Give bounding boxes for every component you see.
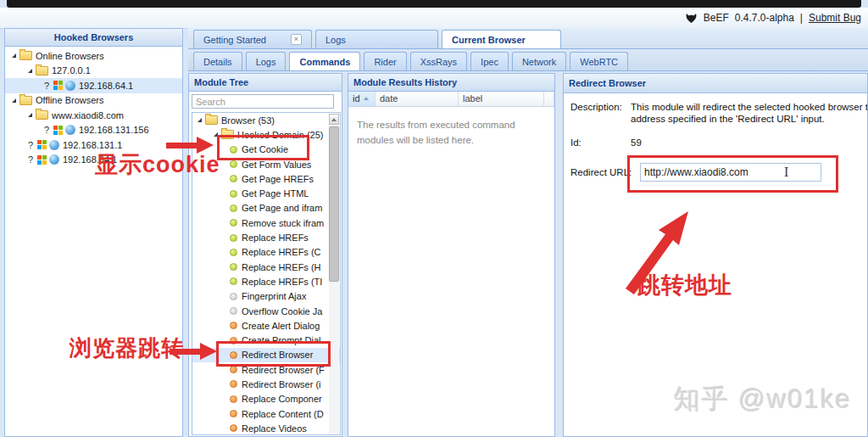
column-header-id[interactable]: id	[348, 92, 376, 106]
tree-item-label: Remove stuck ifram	[242, 218, 324, 228]
expander-icon[interactable]	[198, 118, 202, 122]
tree-item-label: 192.168.131.156	[79, 125, 149, 135]
expander-icon[interactable]	[12, 53, 16, 58]
tree-item-label: Overflow Cookie Ja	[242, 306, 322, 317]
green-module-dot-icon	[230, 190, 237, 198]
tab-details[interactable]: Details	[193, 52, 242, 70]
submit-bug-link[interactable]: Submit Bug	[809, 12, 861, 24]
green-module-dot-icon	[230, 263, 237, 271]
orange-module-dot-icon	[230, 322, 237, 329]
hooked-browsers-panel: Hooked Browsers Online Browsers127.0.0.1…	[4, 28, 183, 437]
tab-logs[interactable]: Logs	[315, 30, 438, 48]
hooked-browsers-title: Hooked Browsers	[5, 29, 182, 47]
tab-getting-started[interactable]: Getting Started×	[193, 30, 312, 48]
redirect-url-label: Redirect URL:	[570, 167, 632, 177]
highlight-box-get-cookie	[217, 135, 309, 160]
tab-network[interactable]: Network	[512, 52, 566, 70]
tab-label: Current Browser	[452, 35, 526, 45]
tree-item-192-168-131-156[interactable]: ?192.168.131.156	[5, 123, 182, 138]
folder-icon	[19, 96, 32, 105]
tab-label: Network	[522, 57, 556, 67]
column-header-filler	[544, 92, 554, 106]
tab-label: Ipec	[481, 57, 498, 67]
annotation-redirect-address: 跳转地址	[637, 270, 732, 300]
id-value: 59	[631, 137, 642, 148]
tree-item-label: Replace Videos	[242, 423, 307, 434]
scroll-up-icon[interactable]	[329, 114, 339, 125]
tab-label: Details	[203, 57, 232, 67]
tree-item-replace-hrefs[interactable]: Replace HREFs	[192, 230, 340, 244]
tree-item-127-0-0-1[interactable]: 127.0.0.1	[5, 64, 182, 79]
column-header-label: date	[380, 93, 398, 104]
module-tree-panel: Module Tree Browser (53)Hooked Domain (2…	[188, 73, 342, 437]
product-name: BeEF	[704, 12, 729, 24]
green-module-dot-icon	[230, 175, 237, 182]
tree-item-label: Browser (53)	[221, 115, 275, 126]
description-line2: address specified in the 'Redirect URL' …	[631, 114, 825, 124]
tab-current-browser[interactable]: Current Browser	[442, 30, 561, 48]
tree-item-remove-stuck-ifram[interactable]: Remove stuck ifram	[192, 216, 340, 230]
tree-item-replace-content-d[interactable]: Replace Content (D	[192, 406, 340, 421]
toolbar-separator: |	[800, 12, 803, 24]
watermark: 知乎 @w01ke	[674, 382, 852, 417]
app-toolbar-right: BeEF 0.4.7.0-alpha | Submit Bug	[685, 11, 861, 25]
scrollbar-thumb[interactable]	[329, 126, 339, 282]
orange-module-dot-icon	[230, 380, 237, 388]
tree-item-label: Online Browsers	[36, 51, 104, 61]
browser-icon	[65, 125, 75, 135]
tree-item-online-browsers[interactable]: Online Browsers	[5, 48, 182, 64]
tree-item-fingerprint-ajax[interactable]: Fingerprint Ajax	[192, 289, 340, 304]
tab-commands[interactable]: Commands	[289, 52, 360, 70]
folder-icon	[205, 115, 218, 125]
sort-asc-icon	[364, 97, 369, 100]
tree-item-browser-53[interactable]: Browser (53)	[192, 113, 340, 127]
tree-item-replace-hrefs-ti[interactable]: Replace HREFs (TI	[192, 274, 340, 289]
tree-item-replace-videos[interactable]: Replace Videos	[192, 421, 340, 435]
tree-item-label: Replace HREFs (C	[242, 247, 321, 257]
windows-os-icon	[37, 155, 47, 165]
tab-label: WebRTC	[580, 57, 618, 67]
highlight-box-redirect-url	[627, 155, 838, 193]
tab-ipec[interactable]: Ipec	[470, 52, 509, 70]
orange-module-dot-icon	[230, 410, 237, 417]
tab-label: Logs	[326, 35, 346, 45]
expander-icon[interactable]	[28, 113, 32, 117]
tab-rider[interactable]: Rider	[364, 52, 406, 70]
orange-module-dot-icon	[230, 424, 237, 432]
tree-item-192-168-64-1[interactable]: ?192.168.64.1	[5, 78, 182, 93]
tree-item-replace-hrefs-c[interactable]: Replace HREFs (C	[192, 245, 340, 260]
tree-item-replace-componer[interactable]: Replace Componer	[192, 392, 340, 406]
tab-logs[interactable]: Logs	[246, 52, 287, 70]
expander-icon[interactable]	[28, 69, 32, 73]
browser-icon	[65, 81, 75, 91]
tab-label: Getting Started	[203, 35, 266, 45]
green-module-dot-icon	[230, 234, 237, 242]
module-search-input[interactable]	[192, 94, 334, 109]
gray-module-dot-icon	[230, 293, 237, 300]
expander-icon[interactable]	[12, 98, 16, 103]
app-toolbar: BeEF 0.4.7.0-alpha | Submit Bug	[0, 8, 868, 29]
highlight-box-redirect-browser	[216, 341, 331, 367]
tab-webrtc[interactable]: WebRTC	[570, 52, 628, 70]
tree-item-offline-browsers[interactable]: Offline Browsers	[5, 93, 182, 109]
orange-module-dot-icon	[230, 395, 237, 403]
column-header-date[interactable]: date	[376, 92, 459, 106]
tree-item-label: Get Page and ifram	[242, 203, 322, 213]
module-tree-scrollbar[interactable]	[329, 114, 339, 434]
tree-item-overflow-cookie-ja[interactable]: Overflow Cookie Ja	[192, 304, 340, 318]
close-icon[interactable]: ×	[291, 34, 302, 45]
green-module-dot-icon	[230, 277, 237, 285]
tree-item-www-xiaodi8-com[interactable]: www.xiaodi8.com	[5, 108, 182, 123]
question-icon: ?	[28, 140, 34, 150]
column-header-label: label	[463, 93, 482, 104]
beef-window: BeEF 0.4.7.0-alpha | Submit Bug Getting …	[0, 0, 868, 437]
column-header-label[interactable]: label	[459, 92, 544, 106]
tab-label: Logs	[256, 57, 276, 67]
tab-xssrays[interactable]: XssRays	[410, 52, 467, 70]
question-icon: ?	[44, 81, 50, 91]
tree-item-get-page-and-ifram[interactable]: Get Page and ifram	[192, 201, 340, 216]
tree-item-get-page-html[interactable]: Get Page HTML	[192, 186, 340, 200]
tree-item-replace-hrefs-h[interactable]: Replace HREFs (H	[192, 260, 340, 274]
tree-item-redirect-browser-i[interactable]: Redirect Browser (i	[192, 377, 340, 391]
tree-item-create-alert-dialog[interactable]: Create Alert Dialog	[192, 318, 340, 333]
